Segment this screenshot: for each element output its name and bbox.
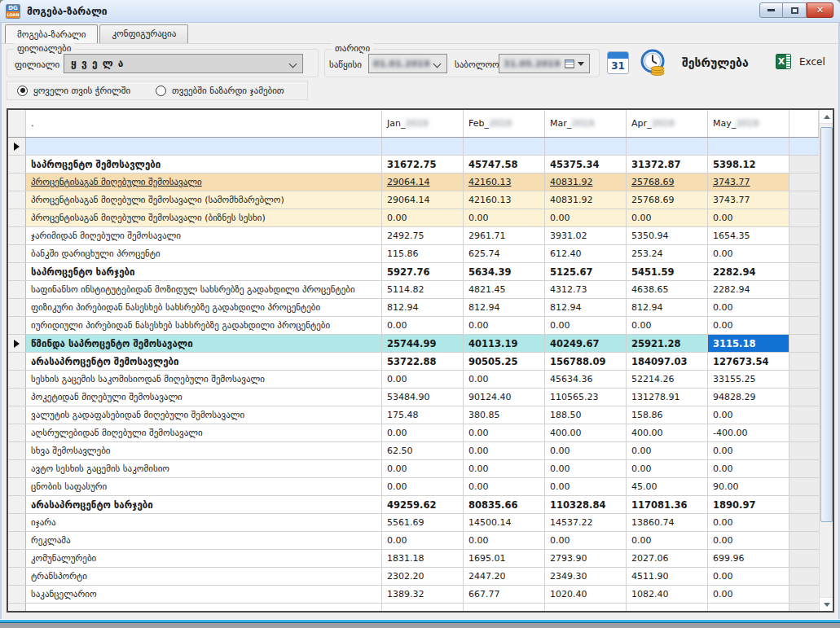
grid-cell[interactable]: 90124.40 [464, 389, 545, 406]
grid-cell[interactable]: 667.77 [464, 586, 545, 603]
row-indicator[interactable] [8, 568, 26, 585]
row-indicator[interactable] [8, 227, 26, 244]
grid-cell[interactable]: 0.00 [708, 532, 789, 549]
grid-cell[interactable]: 5114.82 [382, 281, 464, 298]
grid-cell[interactable]: 0.00 [382, 478, 464, 495]
row-indicator[interactable] [8, 389, 26, 406]
grid-cell[interactable]: 2961.71 [464, 227, 545, 244]
grid-cell[interactable]: 31372.87 [627, 156, 708, 173]
minimize-button[interactable] [759, 2, 783, 18]
grid-cell[interactable]: 0.00 [382, 532, 464, 549]
grid-cell-name[interactable] [26, 138, 382, 155]
grid-cell-name[interactable]: პროცენტისაგან მიღებული შემოსავალი [26, 173, 382, 191]
grid-cell[interactable]: 33155.25 [708, 371, 789, 388]
grid-cell[interactable]: 29064.14 [382, 173, 464, 191]
row-indicator[interactable] [8, 209, 26, 226]
grid-header-month[interactable]: Apr_2019 [627, 110, 708, 137]
grid-cell[interactable]: 380.85 [464, 406, 545, 424]
grid-cell[interactable]: 812.94 [464, 299, 545, 316]
grid-cell[interactable]: 131278.91 [627, 389, 708, 406]
grid-cell[interactable]: 0.00 [464, 317, 545, 334]
grid-cell[interactable]: 1890.97 [708, 496, 789, 513]
grid-cell[interactable]: 4821.45 [464, 281, 545, 298]
excel-button[interactable]: X Excel [776, 54, 825, 69]
tab-configuration[interactable]: კონფიგურაცია [99, 24, 188, 43]
execute-button[interactable]: შესრულება [640, 49, 749, 77]
grid-cell[interactable]: 0.00 [464, 371, 545, 388]
row-indicator[interactable] [8, 424, 26, 441]
grid-cell[interactable]: 0.00 [464, 478, 545, 495]
grid-cell[interactable]: 0.00 [708, 245, 789, 262]
grid-cell[interactable]: 5451.59 [627, 263, 708, 280]
vertical-scrollbar[interactable] [819, 110, 833, 611]
grid-cell[interactable]: 127673.54 [708, 353, 789, 370]
grid-cell[interactable]: 253.24 [627, 245, 708, 262]
grid-cell[interactable]: 0.00 [382, 209, 464, 226]
cumulative-mode-radio[interactable]: თვეებში ნაზარდი ჯამებით [156, 86, 284, 96]
grid-cell[interactable]: 45747.58 [464, 156, 545, 173]
scrollbar-thumb[interactable] [820, 127, 833, 522]
row-indicator[interactable] [8, 138, 26, 155]
grid-cell[interactable]: 14500.14 [464, 514, 545, 531]
grid-cell[interactable]: 0.00 [708, 568, 789, 585]
row-indicator[interactable] [8, 604, 26, 611]
grid-cell[interactable]: 0.00 [708, 299, 789, 316]
grid-cell-name[interactable]: არასაპროცენტო შემოსავლები [26, 353, 382, 370]
grid-cell[interactable]: 115.86 [382, 245, 464, 262]
grid-cell[interactable]: 0.00 [708, 586, 789, 603]
row-indicator[interactable] [8, 532, 26, 549]
grid-cell[interactable]: 5350.94 [627, 227, 708, 244]
grid-cell-name[interactable]: პროცენტისაგან მიღებული შემოსავალი (სამომ… [26, 191, 382, 209]
grid-cell[interactable]: 0.00 [382, 317, 464, 334]
grid-cell[interactable]: 53484.90 [382, 389, 464, 406]
grid-cell[interactable]: 94828.29 [708, 389, 789, 406]
grid-cell[interactable]: 0.00 [464, 532, 545, 549]
grid-cell[interactable]: 0.00 [708, 460, 789, 477]
grid-cell-name[interactable]: იჯარა [26, 514, 382, 531]
grid-cell[interactable] [382, 138, 464, 155]
row-indicator[interactable] [8, 496, 26, 513]
grid-cell-name[interactable]: ავტო სესხის გაცემის საკომისიო [26, 460, 382, 477]
grid-cell[interactable]: 53722.88 [382, 353, 464, 370]
grid-cell[interactable]: 110328.84 [545, 496, 627, 513]
grid-cell-name[interactable]: ვალუტის გადაფასებიდან მიღებული შემოსავალ… [26, 406, 382, 424]
grid-cell[interactable]: 45375.34 [545, 156, 627, 173]
start-date-select[interactable]: 01.01.2019 [368, 54, 447, 73]
grid-cell[interactable]: 0.00 [545, 460, 627, 477]
grid-cell-name[interactable]: აღსრულებიდან მიღებული შემოსავალი [26, 424, 382, 441]
grid-cell-name[interactable]: იურიდიული პირებიდან ნასესხებ სახსრებზე გ… [26, 317, 382, 334]
grid-cell[interactable]: 29064.14 [382, 191, 464, 209]
grid-cell[interactable] [464, 138, 545, 155]
grid-cell[interactable] [708, 604, 789, 611]
grid-cell[interactable]: 2349.30 [545, 568, 627, 585]
grid-cell[interactable]: 5927.76 [382, 263, 464, 280]
grid-cell[interactable]: 0.00 [627, 442, 708, 459]
grid-cell[interactable]: 3743.77 [708, 191, 789, 209]
grid-cell-name[interactable]: საპროცენტო ხარჯები [26, 263, 382, 280]
tab-profit-loss[interactable]: მოგება-ზარალი [5, 24, 98, 44]
grid-cell[interactable]: 5561.69 [382, 514, 464, 531]
grid-cell[interactable]: 2282.94 [708, 281, 789, 298]
grid-cell[interactable]: 40249.67 [545, 335, 627, 352]
close-button[interactable]: ✕ [807, 2, 833, 18]
grid-cell[interactable]: 2302.20 [382, 568, 464, 585]
grid-cell[interactable]: 45.00 [627, 478, 708, 495]
grid-cell[interactable] [708, 138, 789, 155]
grid-cell[interactable]: 400.00 [627, 424, 708, 441]
grid-cell-name[interactable]: საპროცენტო შემოსავლები [26, 156, 382, 173]
grid-cell[interactable]: 2027.06 [627, 550, 708, 567]
row-indicator[interactable] [8, 245, 26, 262]
grid-cell[interactable]: 80835.66 [464, 496, 545, 513]
grid-cell-name[interactable]: პოკეტიდან მიღებული შემოსავალი [26, 389, 382, 406]
branch-select[interactable]: ყ ვ ე ლ ა [64, 54, 303, 73]
grid-cell[interactable]: 25768.69 [627, 173, 708, 191]
grid-cell[interactable]: 4312.73 [545, 281, 627, 298]
grid-cell[interactable]: 90.00 [708, 478, 789, 495]
row-indicator[interactable] [8, 191, 26, 209]
row-indicator[interactable] [8, 263, 26, 280]
grid-cell[interactable]: 2447.20 [464, 568, 545, 585]
grid-cell[interactable]: 1831.18 [382, 550, 464, 567]
grid-cell-name[interactable]: საფინანსო ინსტიტუტებიდან მოზიდულ სახსრებ… [26, 281, 382, 298]
grid-cell[interactable]: 110565.23 [545, 389, 627, 406]
grid-cell[interactable]: 812.94 [545, 299, 627, 316]
